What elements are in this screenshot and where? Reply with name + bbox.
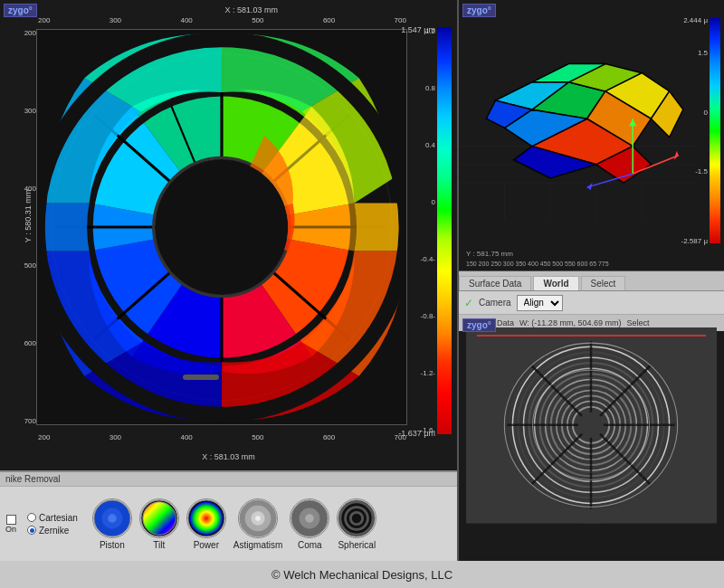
- radio-zernike-label: Zernike: [39, 526, 69, 536]
- status-coords: W: (-11.28 mm, 504.69 mm): [519, 318, 621, 327]
- intensity-view: zygo°: [459, 315, 724, 561]
- piston-icon: [92, 498, 132, 538]
- bottom-controls: nike Removal On Cartesian Zernike: [0, 470, 457, 561]
- tab-bar: Surface Data World Select: [459, 271, 724, 291]
- interferogram-plot: [36, 29, 407, 425]
- radio-cartesian[interactable]: Cartesian: [27, 513, 78, 523]
- scale-ticks-left: 1.2 0.8 0.4 0 -0.4- -0.8- -1.2- -1.6-: [421, 27, 435, 434]
- view-3d: zygo°: [459, 0, 724, 271]
- intensity-svg: [466, 327, 717, 524]
- radio-zernike[interactable]: Zernike: [27, 526, 78, 536]
- zygo-logo-right: zygo°: [462, 4, 496, 17]
- svg-point-13: [156, 160, 288, 295]
- astigmatism-icon: [238, 498, 278, 538]
- intensity-indicator-line: [477, 335, 706, 337]
- drag-handle[interactable]: [183, 375, 219, 380]
- term-coma[interactable]: Coma: [290, 498, 329, 550]
- radio-cartesian-label: Cartesian: [39, 513, 78, 523]
- align-select[interactable]: Align: [517, 295, 563, 311]
- coma-icon: [290, 498, 329, 538]
- axis-ticks-bottom: 200 300 400 500 600 700: [38, 433, 406, 441]
- term-spherical[interactable]: Spherical: [337, 498, 376, 550]
- term-power[interactable]: Power: [186, 498, 226, 550]
- camera-label: Camera: [479, 298, 511, 308]
- tab-world[interactable]: World: [533, 276, 578, 290]
- right-panel: zygo°: [457, 0, 724, 561]
- zygo-logo-intensity: zygo°: [462, 318, 496, 332]
- status-select: Select: [626, 318, 649, 327]
- colorscale-gradient-right: [710, 18, 720, 243]
- colorscale-bar-left: [437, 27, 452, 434]
- footer-text: © Welch Mechanical Designs, LLC: [272, 568, 452, 582]
- term-piston[interactable]: Piston: [92, 498, 132, 550]
- axis-label-top: X : 581.03 mm: [224, 5, 278, 14]
- on-checkbox[interactable]: On: [5, 515, 16, 534]
- svg-point-17: [108, 514, 117, 523]
- colorscale-gradient-left: [437, 27, 452, 434]
- axis-label-left: Y : 580.31 mm: [24, 190, 33, 242]
- scale-min-right: -2.587 μ: [681, 237, 708, 245]
- 3d-plot-svg: [459, 18, 697, 229]
- piston-label: Piston: [100, 540, 125, 550]
- power-icon: [186, 498, 226, 538]
- on-label: On: [5, 525, 16, 534]
- spherical-label: Spherical: [338, 540, 376, 550]
- svg-point-26: [255, 516, 261, 521]
- term-tilt[interactable]: Tilt: [139, 498, 179, 550]
- tilt-label: Tilt: [153, 540, 165, 550]
- interferogram-panel: zygo° X : 581.03 mm 200 300 400 500 600 …: [0, 0, 457, 470]
- radio-group: Cartesian Zernike: [27, 513, 78, 536]
- left-panel: zygo° X : 581.03 mm 200 300 400 500 600 …: [0, 0, 457, 561]
- tab-select[interactable]: Select: [581, 276, 626, 290]
- tab-surface-data[interactable]: Surface Data: [459, 276, 531, 290]
- on-checkbox-box[interactable]: [6, 515, 16, 525]
- tilt-icon: [139, 498, 179, 538]
- svg-point-30: [338, 499, 375, 536]
- svg-point-82: [578, 413, 604, 438]
- check-icon: ✓: [464, 297, 473, 309]
- controls-header: nike Removal: [0, 472, 457, 487]
- svg-point-22: [190, 501, 223, 534]
- 3d-y-axis-label: Y : 581.75 mm: [466, 250, 513, 258]
- coma-label: Coma: [298, 540, 322, 550]
- zygo-logo-left: zygo°: [4, 4, 37, 17]
- term-astigmatism[interactable]: Astigmatism: [233, 498, 282, 550]
- 3d-axis-labels: 150 200 250 300 350 400 450 500 550 600 …: [466, 261, 697, 267]
- astigmatism-label: Astigmatism: [233, 540, 282, 550]
- controls-row: ✓ Camera Align: [459, 291, 724, 315]
- power-label: Power: [194, 540, 219, 550]
- spherical-icon: [337, 498, 376, 538]
- radio-cartesian-circle[interactable]: [27, 513, 36, 522]
- footer: © Welch Mechanical Designs, LLC: [0, 561, 724, 588]
- colorscale-bar-right: [710, 18, 720, 243]
- axis-label-bottom: X : 581.03 mm: [202, 452, 255, 461]
- axis-ticks-top: 200 300 400 500 600 700: [38, 16, 406, 24]
- scale-max-right: 2.444 μ: [683, 16, 708, 24]
- svg-point-29: [306, 514, 315, 523]
- controls-body: On Cartesian Zernike: [0, 487, 457, 561]
- radio-zernike-circle[interactable]: [27, 526, 36, 535]
